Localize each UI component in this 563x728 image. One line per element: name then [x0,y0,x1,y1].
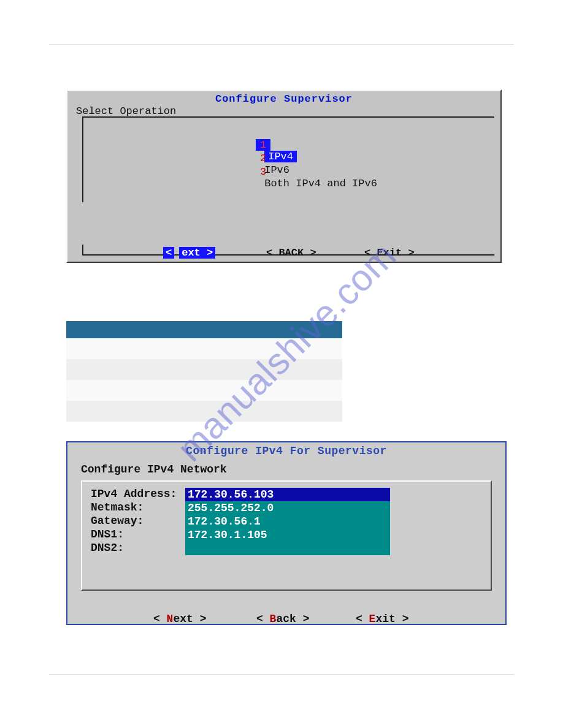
screenshot-configure-supervisor: Configure Supervisor Select Operation 1 … [66,89,502,263]
input-dns2[interactable] [185,542,390,555]
rest: ack > [276,613,309,625]
divider-top [49,44,514,45]
bracket: < [256,613,270,625]
input-gateway[interactable]: 172.30.56.1 [185,515,390,528]
back-button[interactable]: < Back > [256,613,309,625]
stripe-row [66,401,342,422]
dialog-title: Configure IPv4 For Supervisor [67,445,505,457]
exit-button[interactable]: < Exit > [356,613,408,625]
divider-bottom [49,674,514,675]
stripe-row [66,338,342,359]
stripe-row [66,380,342,401]
option-both[interactable]: 3 Both IPv4 and IPv6 [218,154,377,201]
input-dns1[interactable]: 172.30.1.105 [185,528,390,542]
back-button[interactable]: < BACK > [266,247,316,259]
hotkey: N [167,613,174,625]
next-button[interactable]: <ext > [163,247,215,259]
rest: ext > [173,613,206,625]
stripe-header [66,321,342,338]
label-dns2: DNS2: [91,542,124,554]
input-ipv4-address[interactable]: 172.30.56.103 [185,488,390,501]
rest: xit > [375,613,408,625]
decorative-stripes [66,321,342,422]
next-button[interactable]: < Next > [153,613,206,625]
hotkey: E [369,613,376,625]
stripe-row [66,359,342,380]
document-page: Configure Supervisor Select Operation 1 … [0,0,563,728]
option-number: 3 [256,166,270,178]
label-netmask: Netmask: [91,501,144,514]
label-gateway: Gateway: [91,515,144,527]
label-ipv4-address: IPv4 Address: [91,488,177,500]
bracket: < [356,613,369,625]
exit-button[interactable]: < Exit > [364,247,415,259]
dialog-title: Configure Supervisor [67,93,500,105]
screenshot-configure-ipv4: Configure IPv4 For Supervisor Configure … [66,441,507,625]
select-operation-label: Select Operation [76,105,176,117]
next-button-right: ext > [179,247,215,259]
input-netmask[interactable]: 255.255.252.0 [185,501,390,515]
label-dns1: DNS1: [91,528,124,540]
hotkey: B [270,613,277,625]
next-button-left: < [163,247,174,259]
bracket: < [153,613,167,625]
dialog-subtitle: Configure IPv4 Network [81,463,227,476]
option-label: Both IPv4 and IPv6 [264,178,377,189]
